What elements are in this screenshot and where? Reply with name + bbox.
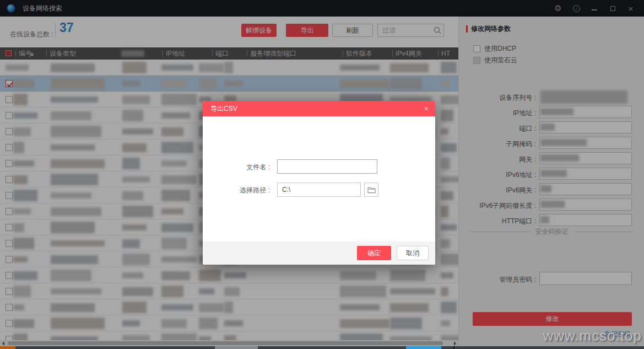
path-input[interactable] — [277, 182, 361, 197]
filename-label: 文件名 : — [246, 163, 270, 172]
watermark-text: www.mcso.top — [543, 327, 642, 345]
filename-input[interactable] — [277, 159, 377, 174]
browse-folder-button[interactable] — [364, 182, 378, 197]
dialog-footer: 确定 取消 — [203, 241, 435, 265]
dialog-close-icon[interactable]: × — [424, 104, 429, 113]
taskbar-notch — [453, 346, 454, 349]
taskbar-edge — [0, 346, 644, 349]
dialog-titlebar: 导出CSV × — [203, 101, 435, 116]
ok-button[interactable]: 确定 — [357, 246, 391, 260]
dialog-title: 导出CSV — [210, 104, 237, 114]
taskbar-blue-segment — [406, 346, 441, 349]
taskbar-light-segment — [215, 346, 258, 349]
path-row: 选择路径 : — [203, 182, 435, 197]
filename-row: 文件名 : — [203, 159, 435, 174]
export-csv-dialog: 导出CSV × 文件名 : 选择路径 : 确定 取消 — [203, 101, 435, 265]
folder-icon — [367, 186, 376, 194]
cancel-button[interactable]: 取消 — [397, 246, 429, 260]
taskbar-orange-segment — [0, 346, 15, 349]
path-label: 选择路径 : — [240, 186, 270, 195]
